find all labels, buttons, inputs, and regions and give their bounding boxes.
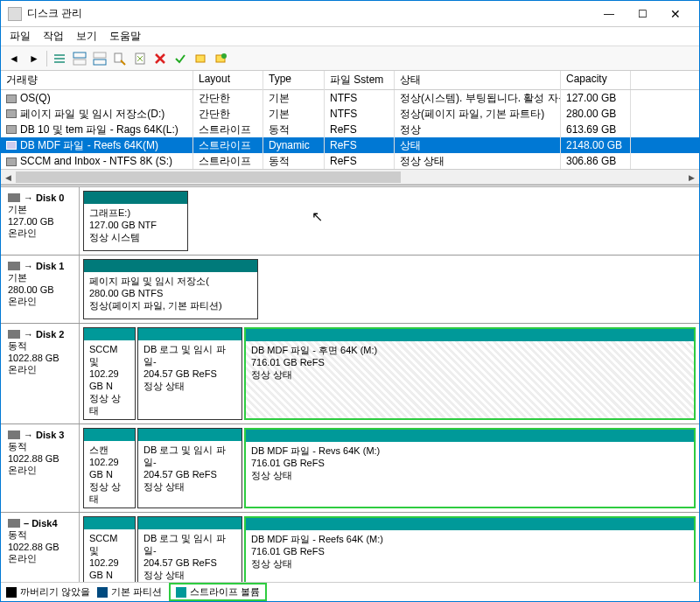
table-row[interactable]: DB MDF 파일 - Reefs 64K(M)스트라이프DynamicReFS… [1, 137, 699, 153]
volume-title: SCCM 및 [89, 343, 130, 368]
horizontal-scrollbar[interactable]: ◀ ▶ [1, 169, 699, 184]
disk-row: – Disk4동적1022.88 GB온라인SCCM 및102.29 GB N정… [1, 513, 699, 582]
disk-meta: → Disk 0기본127.00 GB온라인 [1, 187, 80, 255]
volume-title: 스캔 [89, 444, 130, 456]
menu-action[interactable]: 작업 [43, 29, 64, 44]
swatch-navy [97, 587, 108, 598]
disk-management-window: 디스크 관리 — ☐ ✕ 파일 작업 보기 도움말 ◄ ► 거래량 Layout… [0, 0, 700, 602]
volume-icon [6, 141, 17, 150]
disk-row: → Disk 0기본127.00 GB온라인그래프E:)127.00 GB NT… [1, 187, 699, 256]
back-button[interactable]: ◄ [6, 51, 22, 66]
table-row[interactable]: 페이지 파일 및 임시 저장소(D:)간단한기본NTFS정상(페이지 파일, 기… [1, 106, 699, 122]
action1-icon[interactable] [192, 51, 208, 66]
disk-row: → Disk 1기본280.00 GB온라인페이지 파일 및 임시 저장소(28… [1, 256, 699, 324]
volume-status: 정상 상태 [144, 380, 236, 392]
volume-block[interactable]: SCCM 및102.29 GB N정상 상태 [83, 327, 136, 420]
volume-status: 정상 상태 [144, 480, 236, 493]
volume-title: DB MDF 파일 - 후면 64K (M:) [251, 344, 689, 356]
minimize-button[interactable]: — [592, 2, 626, 26]
th-layout[interactable]: Layout [193, 71, 263, 89]
volume-size: 716.01 GB ReFS [251, 545, 689, 557]
table-body: OS(Q)간단한기본NTFS정상(시스템). 부팅됩니다. 활성 자동차127.… [1, 90, 699, 169]
volume-icon [6, 94, 17, 103]
volume-header-bar [246, 329, 694, 341]
volume-title: DB MDF 파일 - Revs 64K (M:) [251, 444, 689, 457]
volume-body: DB 로그 및 임시 파일-204.57 GB ReFS정상 상태 [138, 529, 242, 582]
volume-icon [6, 109, 17, 118]
volume-title: 그래프E:) [89, 206, 182, 219]
menu-file[interactable]: 파일 [10, 29, 31, 44]
volume-status: 정상 상태 [251, 557, 689, 570]
th-volume[interactable]: 거래량 [1, 71, 193, 89]
volume-header-bar [138, 328, 242, 340]
menu-view[interactable]: 보기 [76, 29, 97, 44]
refresh-icon[interactable] [132, 51, 148, 66]
svg-rect-3 [74, 52, 86, 58]
volume-block[interactable]: DB MDF 파일 - Reefs 64K (M:)716.01 GB ReFS… [244, 516, 696, 582]
disk-volumes: 페이지 파일 및 임시 저장소(280.00 GB NTFS정상(페이지 파일,… [80, 256, 699, 323]
check-icon[interactable] [172, 51, 188, 66]
forward-button[interactable]: ► [26, 51, 42, 66]
disk-row: → Disk 2동적1022.88 GB온라인SCCM 및102.29 GB N… [1, 324, 699, 424]
volume-status: 정상 상태 [89, 480, 130, 505]
list-top-icon[interactable] [72, 51, 88, 66]
volume-block[interactable]: DB MDF 파일 - Revs 64K (M:)716.01 GB ReFS정… [244, 428, 696, 508]
menu-help[interactable]: 도움말 [109, 29, 141, 44]
disk-volumes: 그래프E:)127.00 GB NTF정상 시스템 [80, 187, 699, 255]
volume-header-bar [84, 429, 135, 441]
properties-icon[interactable] [112, 51, 128, 66]
table-row[interactable]: DB 10 및 tem 파일 - Rags 64K(L:)스트라이프동적ReFS… [1, 122, 699, 137]
disk-meta: → Disk 2동적1022.88 GB온라인 [1, 324, 80, 424]
action2-icon[interactable] [213, 51, 228, 66]
scroll-left-arrow[interactable]: ◀ [1, 170, 16, 185]
volume-header-bar [84, 260, 257, 272]
volume-body: 스캔102.29 GB N정상 상태 [84, 441, 135, 508]
th-fs[interactable]: 파일 Sstem [325, 71, 395, 89]
scroll-right-arrow[interactable]: ▶ [684, 170, 699, 185]
disk-status: 온라인 [8, 363, 75, 376]
disk-status: 온라인 [8, 552, 75, 565]
volume-block[interactable]: DB MDF 파일 - 후면 64K (M:)716.01 GB ReFS정상 … [244, 327, 696, 420]
th-status[interactable]: 상태 [395, 71, 561, 89]
volume-block[interactable]: 그래프E:)127.00 GB NTF정상 시스템 [83, 191, 188, 251]
volume-block[interactable]: DB 로그 및 임시 파일-204.57 GB ReFS정상 상태 [137, 428, 242, 508]
volume-block[interactable]: SCCM 및102.29 GB N정상 상태 [83, 516, 136, 582]
disk-volumes: 스캔102.29 GB N정상 상태DB 로그 및 임시 파일-204.57 G… [80, 424, 699, 512]
disk-name: → Disk 3 [24, 430, 64, 440]
volume-header-bar [138, 429, 242, 441]
svg-rect-9 [196, 55, 205, 62]
volume-size: 204.57 GB ReFS [144, 368, 236, 380]
volume-header-bar [246, 430, 694, 442]
svg-rect-4 [74, 60, 86, 65]
list-bottom-icon[interactable] [92, 51, 108, 66]
volume-status: 정상 상태 [251, 469, 689, 481]
close-button[interactable]: ✕ [659, 2, 692, 26]
scroll-thumb[interactable] [16, 172, 401, 183]
legend-primary: 기본 파티션 [97, 585, 162, 598]
window-title: 디스크 관리 [27, 6, 592, 21]
volume-block[interactable]: DB 로그 및 임시 파일-204.57 GB ReFS정상 상태 [137, 327, 242, 420]
disk-size: 127.00 GB [8, 216, 75, 227]
th-type[interactable]: Type [263, 71, 325, 89]
volume-icon [6, 158, 17, 166]
th-capacity[interactable]: Capacity [561, 71, 631, 89]
volume-table: 거래량 Layout Type 파일 Sstem 상태 Capacity OS(… [1, 71, 699, 185]
separator [46, 51, 47, 66]
details-icon[interactable] [52, 51, 67, 66]
maximize-button[interactable]: ☐ [626, 2, 659, 26]
volume-block[interactable]: DB 로그 및 임시 파일-204.57 GB ReFS정상 상태 [137, 516, 242, 582]
volume-body: SCCM 및102.29 GB N정상 상태 [84, 529, 135, 582]
volume-block[interactable]: 스캔102.29 GB N정상 상태 [83, 428, 136, 508]
volume-status: 정상 상태 [144, 569, 236, 581]
table-row[interactable]: OS(Q)간단한기본NTFS정상(시스템). 부팅됩니다. 활성 자동차127.… [1, 90, 699, 106]
volume-block[interactable]: 페이지 파일 및 임시 저장소(280.00 GB NTFS정상(페이지 파일,… [83, 259, 258, 319]
table-row[interactable]: SCCM and Inbox - NTFS 8K (S:)스트라이프동적ReFS… [1, 153, 699, 169]
svg-point-11 [221, 53, 227, 59]
svg-rect-2 [54, 61, 65, 63]
volume-size: 127.00 GB NTF [89, 219, 182, 231]
legend: 까버리기 않았을 기본 파티션 스트라이프 볼륨 [1, 582, 699, 601]
menubar: 파일 작업 보기 도움말 [1, 27, 699, 46]
volume-size: 280.00 GB NTFS [89, 287, 252, 299]
disk-map: → Disk 0기본127.00 GB온라인그래프E:)127.00 GB NT… [1, 187, 699, 582]
delete-icon[interactable] [152, 51, 168, 66]
